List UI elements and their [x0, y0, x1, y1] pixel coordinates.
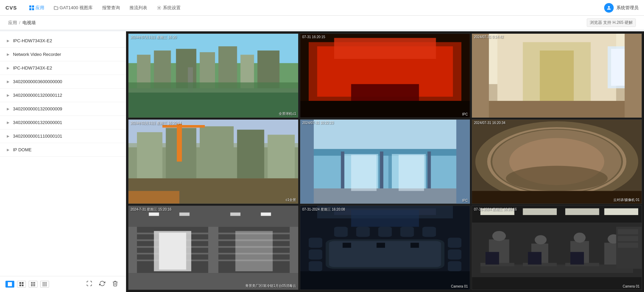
camera-feed-7: 2024-7-31 星期三 15:20:16 青景美厂区/港冷链1月台05消毒云 [128, 206, 298, 290]
video-cell-3[interactable]: 2024/07-31 0:14:42 [472, 33, 642, 118]
svg-rect-26 [45, 283, 46, 284]
breadcrumb-root[interactable]: 应用 [8, 20, 17, 26]
sidebar-item-5[interactable]: ▶ 34020000001320000112 [0, 89, 126, 102]
timestamp-top-7: 2024-7-31 星期三 15:20:16 [131, 207, 171, 212]
video-cell-2[interactable]: 07-31 16:20:15 IPC [300, 33, 470, 118]
refresh-icon [99, 280, 105, 287]
sidebar-toolbar [0, 276, 126, 292]
refresh-button[interactable] [97, 280, 107, 289]
nav-item-stream[interactable]: 推流列表 [125, 3, 151, 13]
svg-rect-128 [448, 237, 461, 248]
svg-rect-64 [472, 34, 489, 118]
sidebar-item-8[interactable]: ▶ 34020000001110000101 [0, 129, 126, 143]
video-cell-9[interactable]: 07-31-2024 星期三 16:20:16 Camera 01 [472, 205, 642, 290]
camera-visual-1 [128, 34, 298, 118]
nav-user-area: 系统管理员 [604, 3, 639, 13]
svg-rect-19 [34, 285, 35, 286]
top-navigation: CVS 应用 GAT1400 视图库 报警查询 推流列表 系统设置 [0, 0, 644, 16]
video-cell-6[interactable]: 2024/07-31 16:20:34 云对讲/摄像机 01 [472, 119, 642, 204]
toolbar-actions [84, 280, 120, 289]
svg-rect-71 [200, 126, 234, 179]
svg-rect-48 [128, 92, 298, 118]
svg-rect-21 [44, 282, 44, 283]
sidebar-item-4[interactable]: ▶ 34020000003600000000 [0, 75, 126, 89]
sidebar-item-9[interactable]: ▶ IP DOME [0, 143, 126, 157]
video-cell-8[interactable]: 07-31-2024 星期三 16:20:08 Camera 01 [300, 205, 470, 290]
svg-rect-165 [618, 236, 638, 241]
fullscreen-button[interactable] [84, 280, 94, 289]
nav-item-settings[interactable]: 系统设置 [153, 3, 185, 13]
svg-rect-16 [34, 284, 35, 285]
sidebar-item-1[interactable]: ▶ IPC-HDW7343X-E2 [0, 34, 126, 48]
breadcrumb-separator: / [19, 20, 20, 25]
sidebar-list: ▶ IPC-HDW7343X-E2 ▶ Network Video Record… [0, 31, 126, 276]
video-grid: 2024年07月31日 星期三 16:20 全景球机c1 07-31 16:20… [128, 33, 642, 290]
video-cell-1[interactable]: 2024年07月31日 星期三 16:20 全景球机c1 [128, 33, 298, 118]
sidebar-item-7[interactable]: ▶ 34020000001320000001 [0, 116, 126, 129]
nav-item-gat1400[interactable]: GAT1400 视图库 [50, 3, 97, 13]
nav-gat1400-label: GAT1400 视图库 [60, 5, 93, 11]
camera-feed-3: 2024/07-31 0:14:42 [472, 34, 642, 118]
svg-rect-118 [261, 212, 271, 216]
camera-visual-9 [472, 206, 642, 290]
svg-rect-14 [31, 284, 32, 285]
svg-rect-2 [29, 8, 31, 10]
nav-item-app[interactable]: 应用 [25, 3, 48, 13]
sidebar-item-3[interactable]: ▶ IPC-HDW7343X-E2 [0, 61, 126, 75]
svg-rect-152 [574, 232, 586, 243]
avatar[interactable] [604, 3, 614, 13]
svg-rect-117 [230, 212, 241, 216]
sidebar-item-label: IPC-HDW7343X-E2 [13, 65, 119, 71]
svg-rect-162 [472, 277, 642, 290]
camera-feed-9: 07-31-2024 星期三 16:20:16 Camera 01 [472, 206, 642, 290]
nav-menu: 应用 GAT1400 视图库 报警查询 推流列表 系统设置 [25, 3, 604, 13]
svg-rect-77 [128, 191, 179, 204]
svg-rect-140 [351, 210, 419, 227]
delete-button[interactable] [110, 280, 120, 289]
svg-rect-28 [43, 285, 43, 285]
svg-rect-139 [300, 271, 470, 290]
svg-rect-132 [356, 227, 370, 237]
video-cell-5[interactable]: 2024/07-31 10:22:23 IPC [300, 119, 470, 204]
svg-rect-127 [309, 261, 322, 271]
camera-feed-8: 07-31-2024 星期三 16:20:08 Camera 01 [300, 206, 470, 290]
nav-alarm-label: 报警查询 [102, 5, 120, 11]
svg-rect-1 [32, 5, 34, 7]
svg-rect-22 [45, 282, 46, 283]
svg-rect-7 [19, 282, 21, 284]
svg-rect-86 [300, 188, 470, 203]
svg-rect-52 [334, 38, 436, 59]
expand-arrow-icon: ▶ [7, 66, 10, 70]
camera-feed-2: 07-31 16:20:15 IPC [300, 34, 470, 118]
svg-rect-148 [492, 231, 506, 241]
nav-item-alarm[interactable]: 报警查询 [98, 3, 124, 13]
svg-rect-55 [300, 101, 470, 118]
svg-rect-90 [456, 120, 470, 203]
layout-16-icon [43, 282, 47, 286]
svg-rect-10 [22, 285, 24, 286]
svg-rect-3 [32, 8, 34, 10]
layout-2x2-button[interactable] [17, 281, 26, 288]
svg-rect-0 [29, 5, 31, 7]
svg-rect-33 [44, 286, 44, 286]
video-cell-7[interactable]: 2024-7-31 星期三 15:20:16 青景美厂区/港冷链1月台05消毒云 [128, 205, 298, 290]
layout-1x1-button[interactable] [5, 281, 14, 288]
camera-feed-6: 2024/07-31 16:20:34 云对讲/摄像机 01 [472, 120, 642, 203]
layout-4x4-button[interactable] [40, 281, 49, 288]
video-cell-4[interactable]: 2024年02月31日 星期三 16:20:14 c1全景 [128, 119, 298, 204]
svg-rect-137 [377, 243, 385, 248]
svg-rect-144 [523, 208, 557, 215]
svg-rect-89 [300, 120, 314, 203]
sidebar-item-6[interactable]: ▶ 34020000001320000009 [0, 102, 126, 116]
camera-label-8: Camera 01 [451, 285, 468, 288]
svg-rect-164 [618, 229, 638, 234]
svg-rect-27 [46, 283, 47, 284]
fullscreen-icon [86, 280, 92, 287]
svg-rect-80 [300, 149, 470, 156]
svg-rect-130 [448, 261, 461, 271]
nav-settings-label: 系统设置 [163, 5, 181, 11]
timestamp-top-2: 07-31 16:20:15 [302, 35, 325, 39]
sidebar-item-2[interactable]: ▶ Network Video Recorder [0, 48, 126, 61]
user-icon [606, 5, 612, 11]
layout-3x3-button[interactable] [29, 281, 37, 288]
